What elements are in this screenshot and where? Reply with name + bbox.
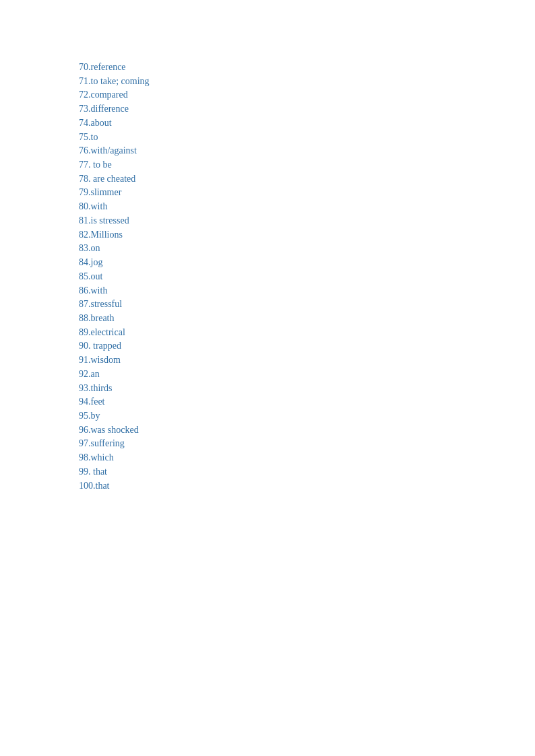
list-item: 95.by	[79, 409, 535, 423]
list-item: 82.Millions	[79, 228, 535, 242]
list-item: 71.to take; coming	[79, 75, 535, 89]
list-item: 84.jog	[79, 256, 535, 270]
numbered-list: 70.reference71.to take; coming72.compare…	[0, 0, 535, 493]
list-item: 86.with	[79, 284, 535, 298]
list-item: 75.to	[79, 131, 535, 145]
list-item: 73.difference	[79, 102, 535, 116]
list-item: 83.on	[79, 242, 535, 256]
list-item: 90. trapped	[79, 339, 535, 353]
list-item: 72.compared	[79, 88, 535, 102]
list-item: 91.wisdom	[79, 353, 535, 368]
list-item: 93.thirds	[79, 382, 535, 396]
list-item: 85.out	[79, 270, 535, 284]
list-item: 76.with/against	[79, 144, 535, 158]
list-item: 80.with	[79, 200, 535, 214]
list-item: 92.an	[79, 368, 535, 382]
list-item: 100.that	[79, 479, 535, 493]
list-item: 99. that	[79, 465, 535, 479]
list-item: 96.was shocked	[79, 423, 535, 438]
list-item: 94.feet	[79, 395, 535, 409]
list-item: 98.which	[79, 451, 535, 465]
list-item: 74.about	[79, 116, 535, 131]
list-item: 77. to be	[79, 158, 535, 172]
list-item: 97.suffering	[79, 437, 535, 451]
list-item: 87.stressful	[79, 298, 535, 312]
list-item: 88.breath	[79, 312, 535, 326]
list-item: 78. are cheated	[79, 172, 535, 186]
list-item: 70.reference	[79, 61, 535, 75]
list-item: 81.is stressed	[79, 214, 535, 228]
list-item: 79.slimmer	[79, 186, 535, 200]
list-item: 89.electrical	[79, 326, 535, 340]
